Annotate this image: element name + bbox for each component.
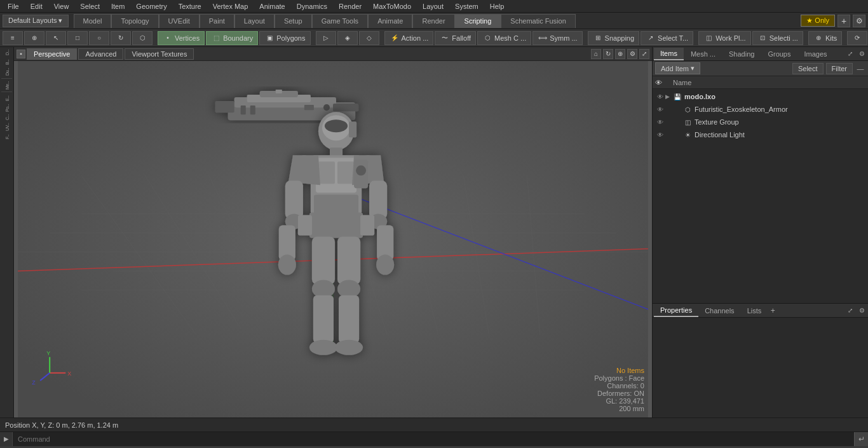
snapping-btn[interactable]: ⊞Snapping: [588, 31, 640, 45]
scene-3d[interactable]: X Y Z No Items Polygons : Face Channels:…: [14, 61, 652, 417]
tab-animate[interactable]: Animate: [368, 14, 412, 28]
tab-render[interactable]: Render: [412, 14, 454, 28]
vertices-btn[interactable]: •Vertices: [158, 31, 205, 45]
item-row-texture[interactable]: 👁 ◫ Texture Group: [653, 116, 868, 128]
vp-zoom-icon[interactable]: ⊕: [615, 49, 625, 59]
props-tab-channels[interactable]: Channels: [698, 304, 740, 317]
viewport-toggle[interactable]: ▪: [17, 50, 25, 58]
menu-system[interactable]: System: [450, 1, 484, 11]
props-expand-icon[interactable]: ⤢: [845, 306, 855, 316]
left-tool-d[interactable]: D...: [0, 48, 14, 57]
tab-paint[interactable]: Paint: [200, 14, 234, 28]
menu-animate[interactable]: Animate: [254, 1, 290, 11]
settings-icon[interactable]: ⚙: [853, 15, 865, 27]
menu-layout[interactable]: Layout: [417, 1, 449, 11]
rotate-btn[interactable]: ↻: [111, 31, 131, 45]
tab-game-tools[interactable]: Game Tools: [312, 14, 369, 28]
menu-item[interactable]: Item: [106, 1, 130, 11]
add-layout-btn[interactable]: +: [837, 15, 850, 27]
right-tab-items[interactable]: Items: [654, 48, 684, 60]
right-tab-mesh[interactable]: Mesh ...: [684, 48, 722, 60]
menu-edit[interactable]: Edit: [25, 1, 48, 11]
minus-btn[interactable]: —: [855, 64, 865, 74]
select-btn[interactable]: Select: [792, 63, 824, 74]
vp-tab-textures[interactable]: Viewport Textures: [125, 48, 194, 60]
menu-maxtomodo[interactable]: MaxToModo: [368, 1, 416, 11]
work-plane-btn[interactable]: ◫Work Pl...: [698, 31, 750, 45]
diamond-btn[interactable]: ◇: [359, 31, 379, 45]
menu-render[interactable]: Render: [334, 1, 367, 11]
star-only-btn[interactable]: ★ Only: [801, 15, 835, 27]
menu-geometry[interactable]: Geometry: [131, 1, 172, 11]
layout-dropdown[interactable]: Default Layouts ▾: [3, 15, 69, 27]
tab-setup[interactable]: Setup: [275, 14, 312, 28]
item-eye-root[interactable]: 👁: [655, 92, 665, 102]
vp-tab-advanced[interactable]: Advanced: [78, 48, 123, 60]
vp-home-icon[interactable]: ⌂: [591, 49, 601, 59]
left-tool-me[interactable]: Me...: [0, 81, 14, 90]
select-t-btn[interactable]: ↗Select T...: [641, 31, 693, 45]
left-tool-e[interactable]: E...: [0, 94, 14, 103]
item-eye-armor[interactable]: 👁: [655, 104, 665, 114]
falloff-btn[interactable]: 〜Falloff: [435, 31, 476, 45]
right-tab-groups[interactable]: Groups: [761, 48, 797, 60]
tab-scripting[interactable]: Scripting: [455, 14, 501, 28]
cmd-enter-btn[interactable]: ↵: [854, 432, 868, 446]
left-tool-uv[interactable]: UV...: [0, 123, 14, 132]
item-row-light[interactable]: 👁 ☀ Directional Light: [653, 128, 868, 141]
menu-view[interactable]: View: [49, 1, 74, 11]
tab-uvedit[interactable]: UVEdit: [159, 14, 200, 28]
transform-btn[interactable]: ⊕: [24, 31, 44, 45]
menu-help[interactable]: Help: [485, 1, 510, 11]
refresh-btn[interactable]: ⟳: [847, 31, 867, 45]
box-btn[interactable]: □: [67, 31, 88, 45]
expand-icon[interactable]: ⤢: [845, 49, 855, 59]
command-input[interactable]: [13, 432, 854, 446]
menu-texture[interactable]: Texture: [173, 1, 207, 11]
menu-vertex-map[interactable]: Vertex Map: [208, 1, 254, 11]
add-item-btn[interactable]: Add Item ▾: [655, 62, 700, 74]
menu-file[interactable]: File: [3, 1, 24, 11]
props-tab-properties[interactable]: Properties: [654, 304, 698, 317]
right-tab-shading[interactable]: Shading: [722, 48, 761, 60]
item2-btn[interactable]: ◈: [337, 31, 358, 45]
menu-icon-btn[interactable]: ≡: [3, 31, 23, 45]
menu-select[interactable]: Select: [75, 1, 105, 11]
item-row-root[interactable]: 👁 ▶ 💾 modo.lxo: [653, 90, 868, 103]
symmetry-btn[interactable]: ⟺Symm ...: [532, 31, 582, 45]
left-tool-f[interactable]: F...: [0, 132, 14, 141]
item-eye-texture[interactable]: 👁: [655, 117, 665, 127]
item-row-armor[interactable]: 👁 ⬡ Futuristic_Exoskeleton_Armor: [653, 103, 868, 116]
vp-settings-icon[interactable]: ⚙: [627, 49, 637, 59]
vp-expand-icon[interactable]: ⤢: [639, 49, 649, 59]
item-eye-light[interactable]: 👁: [655, 130, 665, 140]
filter-btn[interactable]: Filter: [826, 63, 853, 74]
circle-btn[interactable]: ○: [89, 31, 109, 45]
vp-rotate-icon[interactable]: ↻: [603, 49, 613, 59]
left-tool-b[interactable]: B...: [0, 58, 14, 67]
select-btn[interactable]: ↖: [46, 31, 66, 45]
tab-topology[interactable]: Topology: [111, 14, 158, 28]
play-btn[interactable]: ▷: [316, 31, 336, 45]
selection-btn[interactable]: ⊡Selecti ...: [752, 31, 803, 45]
left-tool-c[interactable]: C...: [0, 113, 14, 122]
mesh-btn[interactable]: ⬡Mesh C ...: [477, 31, 531, 45]
cmd-arrow-btn[interactable]: ▶: [0, 432, 13, 446]
left-tool-dup[interactable]: Du...: [0, 67, 14, 76]
settings2-icon[interactable]: ⚙: [857, 49, 867, 59]
props-settings-icon[interactable]: ⚙: [857, 306, 867, 316]
kits-btn[interactable]: ⊕Kits: [808, 31, 842, 45]
hex-btn[interactable]: ⬡: [132, 31, 153, 45]
action-btn[interactable]: ⚡Action ...: [384, 31, 434, 45]
right-tab-images[interactable]: Images: [797, 48, 833, 60]
left-tool-po[interactable]: Po...: [0, 104, 14, 112]
boundary-btn[interactable]: ⬚Boundary: [206, 31, 258, 45]
props-plus-btn[interactable]: +: [768, 306, 778, 316]
menu-dynamics[interactable]: Dynamics: [292, 1, 332, 11]
tab-model[interactable]: Model: [74, 14, 112, 28]
tab-layout[interactable]: Layout: [234, 14, 275, 28]
polygons-btn[interactable]: ▣Polygons: [259, 31, 310, 45]
props-tab-lists[interactable]: Lists: [741, 304, 768, 317]
tab-schematic[interactable]: Schematic Fusion: [501, 14, 575, 28]
vp-tab-perspective[interactable]: Perspective: [27, 48, 77, 60]
